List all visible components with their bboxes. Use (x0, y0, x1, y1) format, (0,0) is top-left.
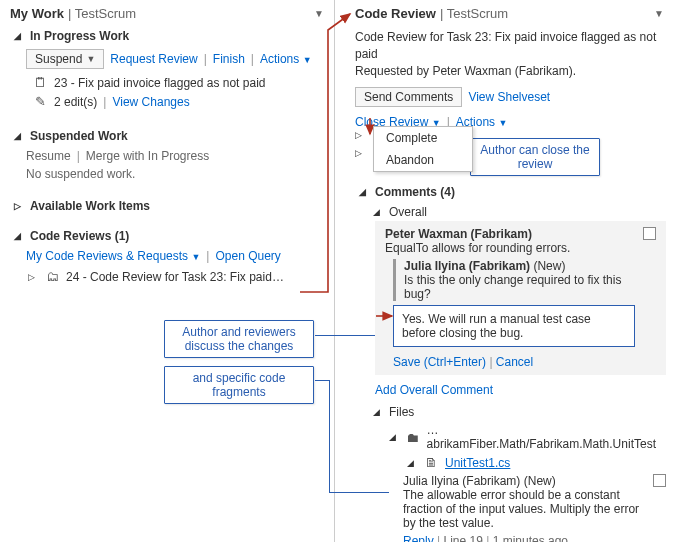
section-suspended[interactable]: Suspended Work (0, 125, 334, 145)
request-review-link[interactable]: Request Review (110, 52, 197, 66)
pane-header-left: My Work | TestScrum ▼ (0, 0, 334, 25)
pane-menu-icon[interactable]: ▼ (654, 8, 664, 19)
new-tag: (New) (533, 259, 565, 273)
file-icon: 🗎 (423, 455, 439, 470)
task-icon: 🗒 (32, 75, 48, 90)
comment-time: 1 minutes ago (493, 534, 568, 542)
no-suspended-text: No suspended work. (0, 167, 334, 181)
chevron-down-icon: ▼ (303, 55, 312, 65)
comment-text: EqualTo allows for rounding errors. (385, 241, 635, 255)
pane-subtitle: | TestScrum (440, 6, 508, 21)
my-work-pane: My Work | TestScrum ▼ In Progress Work S… (0, 0, 335, 542)
add-overall-comment-link[interactable]: Add Overall Comment (375, 383, 493, 397)
section-label: Available Work Items (30, 199, 150, 213)
folder-icon: 🖿 (405, 430, 421, 445)
task-label: 23 - Fix paid invoice flagged as not pai… (54, 76, 265, 90)
file-comment-checkbox[interactable] (653, 474, 666, 487)
reply-author: Julia Ilyina (Fabrikam) (404, 259, 530, 273)
review-item-row[interactable]: 🗂 24 - Code Review for Task 23: Fix paid… (0, 267, 334, 286)
menu-complete[interactable]: Complete (374, 127, 472, 149)
review-actions: Send Comments View Shelveset (345, 83, 674, 111)
file-name-link[interactable]: UnitTest1.cs (445, 456, 510, 470)
section-label: Suspended Work (30, 129, 128, 143)
callout-close-review: Author can close the review (470, 138, 600, 176)
reply-link[interactable]: Reply (403, 534, 434, 542)
expand-icon[interactable]: ▷ (355, 130, 362, 140)
review-icon: 🗂 (44, 269, 60, 284)
expand-icon (359, 187, 369, 197)
send-comments-button[interactable]: Send Comments (355, 87, 462, 107)
pencil-icon: ✎ (32, 94, 48, 109)
open-query-link[interactable]: Open Query (215, 249, 280, 263)
section-in-progress[interactable]: In Progress Work (0, 25, 334, 45)
desc-line2: Requested by Peter Waxman (Fabrikam). (355, 63, 664, 80)
section-available[interactable]: Available Work Items (0, 195, 334, 215)
suspended-toolbar: Resume | Merge with In Progress (0, 145, 334, 167)
in-progress-toolbar: Suspend ▼ Request Review | Finish | Acti… (0, 45, 334, 73)
callout-fragments: and specific code fragments (164, 366, 314, 404)
task-row[interactable]: 🗒 23 - Fix paid invoice flagged as not p… (0, 73, 334, 92)
desc-line1: Code Review for Task 23: Fix paid invoic… (355, 29, 664, 63)
pane-menu-icon[interactable]: ▼ (314, 8, 324, 19)
file-comment: Julia Ilyina (Fabrikam) (New) The allowa… (345, 472, 674, 542)
review-description: Code Review for Task 23: Fix paid invoic… (345, 25, 674, 83)
reply-block: Julia Ilyina (Fabrikam) (New) Is this th… (393, 259, 635, 301)
pane-title: My Work (10, 6, 64, 21)
overall-header[interactable]: Overall (345, 201, 674, 221)
suspend-button[interactable]: Suspend ▼ (26, 49, 104, 69)
expand-icon (14, 131, 24, 141)
callout-discuss: Author and reviewers discuss the changes (164, 320, 314, 358)
edits-count: 2 edit(s) (54, 95, 97, 109)
section-label: In Progress Work (30, 29, 129, 43)
save-link[interactable]: Save (Ctrl+Enter) (393, 355, 486, 369)
expand-icon (14, 201, 24, 211)
file-folder-row[interactable]: 🖿 …abrikamFiber.Math/Fabrikam.Math.UnitT… (345, 421, 674, 453)
my-reviews-link[interactable]: My Code Reviews & Requests ▼ (26, 249, 200, 263)
expand-icon (14, 231, 24, 241)
menu-abandon[interactable]: Abandon (374, 149, 472, 171)
chevron-down-icon: ▼ (498, 118, 507, 128)
file-comment-text: The allowable error should be a constant… (403, 488, 645, 530)
expand-icon (28, 272, 38, 282)
files-label: Files (389, 405, 414, 419)
pane-header-right: Code Review | TestScrum ▼ (345, 0, 674, 25)
comment-checkbox[interactable] (643, 227, 656, 240)
pane-title: Code Review (355, 6, 436, 21)
file-row[interactable]: 🗎 UnitTest1.cs (345, 453, 674, 472)
section-label: Code Reviews (1) (30, 229, 129, 243)
code-review-pane: Code Review | TestScrum ▼ Code Review fo… (345, 0, 674, 542)
expand-icon (373, 407, 383, 417)
code-reviews-toolbar: My Code Reviews & Requests ▼ | Open Quer… (0, 245, 334, 267)
line-ref: Line 19 (443, 534, 482, 542)
reply-text: Is this the only change required to fix … (404, 273, 635, 301)
actions-link[interactable]: Actions ▼ (260, 52, 312, 66)
expand-icon[interactable]: ▷ (355, 148, 362, 158)
chevron-down-icon: ▼ (86, 54, 95, 64)
files-header[interactable]: Files (345, 401, 674, 421)
resume-link[interactable]: Resume (26, 149, 71, 163)
reply-input[interactable]: Yes. We will run a manual test case befo… (393, 305, 635, 347)
comments-label: Comments (4) (375, 185, 455, 199)
comments-header[interactable]: Comments (4) (345, 181, 674, 201)
expand-icon (407, 458, 417, 468)
chevron-down-icon: ▼ (191, 252, 200, 262)
expand-icon (14, 31, 24, 41)
section-code-reviews[interactable]: Code Reviews (1) (0, 225, 334, 245)
close-review-menu: Complete Abandon (373, 126, 473, 172)
pane-subtitle: | TestScrum (68, 6, 136, 21)
comment-thread: Peter Waxman (Fabrikam) EqualTo allows f… (375, 221, 666, 375)
new-tag: (New) (524, 474, 556, 488)
view-shelveset-link[interactable]: View Shelveset (468, 90, 550, 104)
edits-row: ✎ 2 edit(s) | View Changes (0, 92, 334, 111)
review-item-label: 24 - Code Review for Task 23: Fix paid… (66, 270, 284, 284)
file-path: …abrikamFiber.Math/Fabrikam.Math.UnitTes… (427, 423, 664, 451)
expand-icon (389, 432, 399, 442)
file-comment-author: Julia Ilyina (Fabrikam) (403, 474, 520, 488)
cancel-link[interactable]: Cancel (496, 355, 533, 369)
merge-link[interactable]: Merge with In Progress (86, 149, 209, 163)
finish-link[interactable]: Finish (213, 52, 245, 66)
overall-label: Overall (389, 205, 427, 219)
expand-icon (373, 207, 383, 217)
comment-author: Peter Waxman (Fabrikam) (385, 227, 532, 241)
view-changes-link[interactable]: View Changes (112, 95, 189, 109)
